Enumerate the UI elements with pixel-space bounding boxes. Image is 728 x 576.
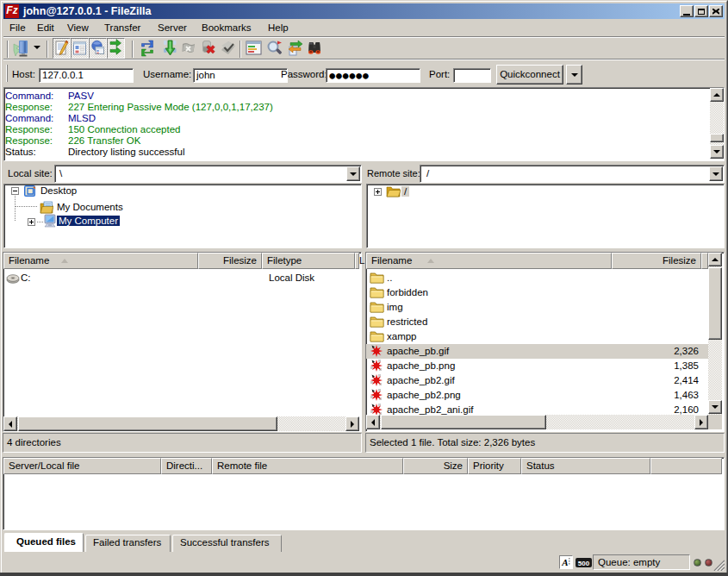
svg-text:500: 500 — [578, 560, 590, 567]
svg-text:A: A — [561, 557, 568, 567]
